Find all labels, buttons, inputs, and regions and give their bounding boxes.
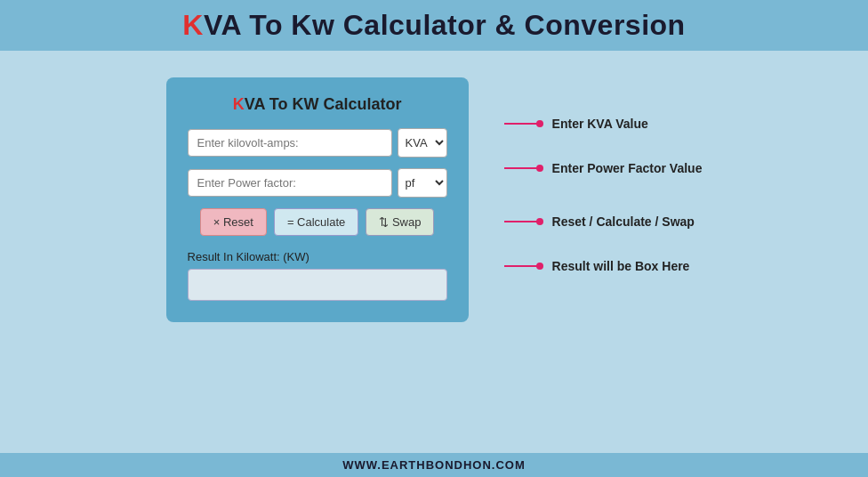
calculator-card: KVA To KW Calculator KVA KW pf × Reset =… (166, 77, 469, 322)
swap-button[interactable]: ⇅ Swap (366, 208, 434, 236)
calculate-button[interactable]: = Calculate (274, 208, 358, 236)
annotations-panel: Enter KVA Value Enter Power Factor Value… (504, 77, 703, 273)
header: KVA To Kw Calculator & Conversion (0, 0, 868, 51)
result-label: Result In Kilowatt: (KW) (188, 250, 447, 263)
annotation-line-4 (504, 265, 540, 267)
annotation-result-text: Result will be Box Here (552, 259, 690, 273)
main-content: KVA To KW Calculator KVA KW pf × Reset =… (0, 51, 868, 349)
result-box (188, 269, 447, 301)
annotation-pf: Enter Power Factor Value (504, 161, 703, 175)
annotation-buttons: Reset / Calculate / Swap (504, 214, 703, 229)
annotation-dot-4 (536, 263, 543, 270)
kva-input[interactable] (188, 129, 392, 157)
calc-title-rest: VA To KW Calculator (245, 95, 402, 113)
title-k: K (182, 9, 204, 41)
calc-title-k: K (233, 95, 245, 113)
pf-unit-select[interactable]: pf (398, 168, 447, 198)
calculator-title: KVA To KW Calculator (188, 95, 447, 114)
kva-input-row: KVA KW (188, 128, 447, 158)
title-rest: VA To Kw Calculator & Conversion (204, 9, 686, 41)
pf-input-row: pf (188, 168, 447, 198)
annotation-kva: Enter KVA Value (504, 117, 703, 131)
buttons-row: × Reset = Calculate ⇅ Swap (188, 208, 447, 236)
annotation-dot-3 (536, 218, 543, 225)
annotation-line-2 (504, 167, 540, 169)
pf-input[interactable] (188, 169, 392, 197)
annotation-kva-text: Enter KVA Value (552, 117, 648, 131)
footer: WWW.EARTHBONDHON.COM (0, 453, 868, 477)
page-title: KVA To Kw Calculator & Conversion (18, 9, 850, 42)
annotation-line-3 (504, 221, 540, 222)
annotation-line-1 (504, 123, 540, 125)
annotation-dot-2 (536, 165, 543, 172)
annotation-pf-text: Enter Power Factor Value (552, 161, 703, 175)
kva-unit-select[interactable]: KVA KW (398, 128, 447, 158)
annotation-buttons-text: Reset / Calculate / Swap (552, 214, 695, 229)
reset-button[interactable]: × Reset (200, 208, 267, 236)
footer-url: WWW.EARTHBONDHON.COM (342, 458, 526, 472)
annotation-result: Result will be Box Here (504, 259, 703, 273)
annotation-dot-1 (536, 120, 543, 127)
